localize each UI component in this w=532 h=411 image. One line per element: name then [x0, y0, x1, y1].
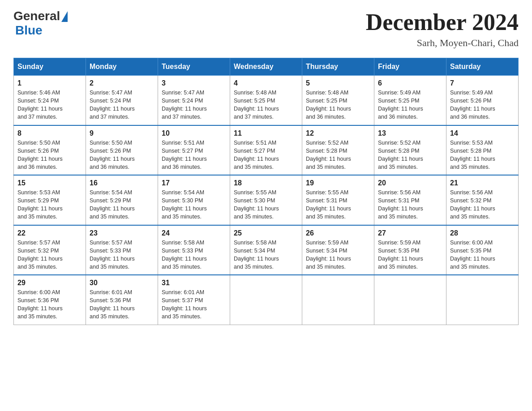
day-info: Sunrise: 5:47 AMSunset: 5:24 PMDaylight:…: [90, 89, 154, 121]
calendar-cell: [230, 275, 302, 325]
day-info: Sunrise: 6:00 AMSunset: 5:36 PMDaylight:…: [17, 288, 82, 321]
day-info: Sunrise: 5:49 AMSunset: 5:26 PMDaylight:…: [450, 89, 515, 121]
calendar-cell: 5Sunrise: 5:48 AMSunset: 5:25 PMDaylight…: [302, 76, 374, 125]
calendar-cell: 14Sunrise: 5:53 AMSunset: 5:28 PMDayligh…: [446, 125, 519, 176]
day-number: 7: [450, 79, 515, 87]
calendar-cell: 12Sunrise: 5:52 AMSunset: 5:28 PMDayligh…: [302, 125, 374, 176]
calendar-table: SundayMondayTuesdayWednesdayThursdayFrid…: [13, 58, 519, 325]
calendar-cell: 31Sunrise: 6:01 AMSunset: 5:37 PMDayligh…: [158, 275, 230, 325]
day-info: Sunrise: 5:52 AMSunset: 5:28 PMDaylight:…: [378, 139, 442, 171]
day-number: 14: [450, 129, 515, 137]
day-info: Sunrise: 5:54 AMSunset: 5:30 PMDaylight:…: [162, 188, 226, 221]
calendar-cell: 21Sunrise: 5:56 AMSunset: 5:32 PMDayligh…: [446, 175, 519, 225]
calendar-cell: 6Sunrise: 5:49 AMSunset: 5:25 PMDaylight…: [374, 76, 446, 125]
calendar-header-friday: Friday: [374, 58, 446, 76]
day-info: Sunrise: 6:01 AMSunset: 5:36 PMDaylight:…: [90, 288, 154, 321]
calendar-cell: 13Sunrise: 5:52 AMSunset: 5:28 PMDayligh…: [374, 125, 446, 176]
day-number: 16: [90, 179, 154, 187]
day-number: 1: [17, 79, 82, 87]
day-info: Sunrise: 5:46 AMSunset: 5:24 PMDaylight:…: [17, 89, 82, 121]
calendar-cell: 26Sunrise: 5:59 AMSunset: 5:34 PMDayligh…: [302, 225, 374, 275]
day-info: Sunrise: 5:55 AMSunset: 5:31 PMDaylight:…: [306, 188, 370, 221]
day-info: Sunrise: 5:58 AMSunset: 5:33 PMDaylight:…: [162, 239, 226, 271]
calendar-cell: [446, 275, 519, 325]
day-number: 6: [378, 79, 442, 87]
calendar-cell: 30Sunrise: 6:01 AMSunset: 5:36 PMDayligh…: [86, 275, 158, 325]
calendar-cell: 24Sunrise: 5:58 AMSunset: 5:33 PMDayligh…: [158, 225, 230, 275]
calendar-header-wednesday: Wednesday: [230, 58, 302, 76]
calendar-week-row: 8Sunrise: 5:50 AMSunset: 5:26 PMDaylight…: [14, 125, 519, 176]
day-info: Sunrise: 5:58 AMSunset: 5:34 PMDaylight:…: [234, 239, 298, 271]
calendar-cell: 10Sunrise: 5:51 AMSunset: 5:27 PMDayligh…: [158, 125, 230, 176]
calendar-cell: 19Sunrise: 5:55 AMSunset: 5:31 PMDayligh…: [302, 175, 374, 225]
calendar-cell: 16Sunrise: 5:54 AMSunset: 5:29 PMDayligh…: [86, 175, 158, 225]
logo-blue-text: Blue: [15, 23, 43, 38]
day-number: 2: [90, 79, 154, 87]
logo: General Blue: [13, 9, 68, 38]
logo-triangle-icon: [61, 11, 68, 22]
day-number: 4: [234, 79, 298, 87]
calendar-cell: 3Sunrise: 5:47 AMSunset: 5:24 PMDaylight…: [158, 76, 230, 125]
calendar-cell: 15Sunrise: 5:53 AMSunset: 5:29 PMDayligh…: [14, 175, 86, 225]
calendar-cell: 25Sunrise: 5:58 AMSunset: 5:34 PMDayligh…: [230, 225, 302, 275]
calendar-cell: 22Sunrise: 5:57 AMSunset: 5:32 PMDayligh…: [14, 225, 86, 275]
day-number: 18: [234, 179, 298, 187]
day-number: 24: [162, 229, 226, 237]
day-info: Sunrise: 6:01 AMSunset: 5:37 PMDaylight:…: [162, 288, 226, 321]
day-info: Sunrise: 5:53 AMSunset: 5:29 PMDaylight:…: [17, 188, 82, 221]
day-number: 8: [17, 129, 82, 137]
day-info: Sunrise: 6:00 AMSunset: 5:35 PMDaylight:…: [450, 239, 515, 271]
day-number: 5: [306, 79, 370, 87]
day-number: 29: [17, 279, 82, 287]
calendar-header-tuesday: Tuesday: [158, 58, 230, 76]
calendar-cell: [302, 275, 374, 325]
day-number: 31: [162, 279, 226, 287]
day-number: 15: [17, 179, 82, 187]
day-number: 13: [378, 129, 442, 137]
day-info: Sunrise: 5:48 AMSunset: 5:25 PMDaylight:…: [234, 89, 298, 121]
day-info: Sunrise: 5:50 AMSunset: 5:26 PMDaylight:…: [90, 139, 154, 171]
calendar-cell: 23Sunrise: 5:57 AMSunset: 5:33 PMDayligh…: [86, 225, 158, 275]
day-info: Sunrise: 5:52 AMSunset: 5:28 PMDaylight:…: [306, 139, 370, 171]
calendar-cell: 28Sunrise: 6:00 AMSunset: 5:35 PMDayligh…: [446, 225, 519, 275]
day-info: Sunrise: 5:47 AMSunset: 5:24 PMDaylight:…: [162, 89, 226, 121]
logo-general-text: General: [13, 9, 60, 23]
day-info: Sunrise: 5:54 AMSunset: 5:29 PMDaylight:…: [90, 188, 154, 221]
calendar-cell: 7Sunrise: 5:49 AMSunset: 5:26 PMDaylight…: [446, 76, 519, 125]
calendar-header-row: SundayMondayTuesdayWednesdayThursdayFrid…: [14, 58, 519, 76]
day-number: 25: [234, 229, 298, 237]
day-number: 9: [90, 129, 154, 137]
day-info: Sunrise: 5:50 AMSunset: 5:26 PMDaylight:…: [17, 139, 82, 171]
calendar-week-row: 29Sunrise: 6:00 AMSunset: 5:36 PMDayligh…: [14, 275, 519, 325]
calendar-cell: 2Sunrise: 5:47 AMSunset: 5:24 PMDaylight…: [86, 76, 158, 125]
title-area: December 2024 Sarh, Moyen-Chari, Chad: [366, 9, 519, 49]
calendar-cell: 8Sunrise: 5:50 AMSunset: 5:26 PMDaylight…: [14, 125, 86, 176]
day-number: 3: [162, 79, 226, 87]
day-info: Sunrise: 5:49 AMSunset: 5:25 PMDaylight:…: [378, 89, 442, 121]
calendar-header-monday: Monday: [86, 58, 158, 76]
calendar-cell: 18Sunrise: 5:55 AMSunset: 5:30 PMDayligh…: [230, 175, 302, 225]
day-number: 19: [306, 179, 370, 187]
calendar-cell: [374, 275, 446, 325]
day-info: Sunrise: 5:51 AMSunset: 5:27 PMDaylight:…: [234, 139, 298, 171]
day-number: 22: [17, 229, 82, 237]
calendar-week-row: 1Sunrise: 5:46 AMSunset: 5:24 PMDaylight…: [14, 76, 519, 125]
day-info: Sunrise: 5:59 AMSunset: 5:35 PMDaylight:…: [378, 239, 442, 271]
day-info: Sunrise: 5:56 AMSunset: 5:31 PMDaylight:…: [378, 188, 442, 221]
day-number: 26: [306, 229, 370, 237]
page-header: General Blue December 2024 Sarh, Moyen-C…: [13, 9, 519, 49]
day-info: Sunrise: 5:57 AMSunset: 5:33 PMDaylight:…: [90, 239, 154, 271]
calendar-header-sunday: Sunday: [14, 58, 86, 76]
day-info: Sunrise: 5:59 AMSunset: 5:34 PMDaylight:…: [306, 239, 370, 271]
calendar-cell: 27Sunrise: 5:59 AMSunset: 5:35 PMDayligh…: [374, 225, 446, 275]
calendar-cell: 1Sunrise: 5:46 AMSunset: 5:24 PMDaylight…: [14, 76, 86, 125]
day-info: Sunrise: 5:55 AMSunset: 5:30 PMDaylight:…: [234, 188, 298, 221]
day-number: 12: [306, 129, 370, 137]
day-number: 30: [90, 279, 154, 287]
calendar-cell: 4Sunrise: 5:48 AMSunset: 5:25 PMDaylight…: [230, 76, 302, 125]
day-number: 21: [450, 179, 515, 187]
day-number: 11: [234, 129, 298, 137]
day-number: 28: [450, 229, 515, 237]
day-info: Sunrise: 5:53 AMSunset: 5:28 PMDaylight:…: [450, 139, 515, 171]
calendar-week-row: 22Sunrise: 5:57 AMSunset: 5:32 PMDayligh…: [14, 225, 519, 275]
